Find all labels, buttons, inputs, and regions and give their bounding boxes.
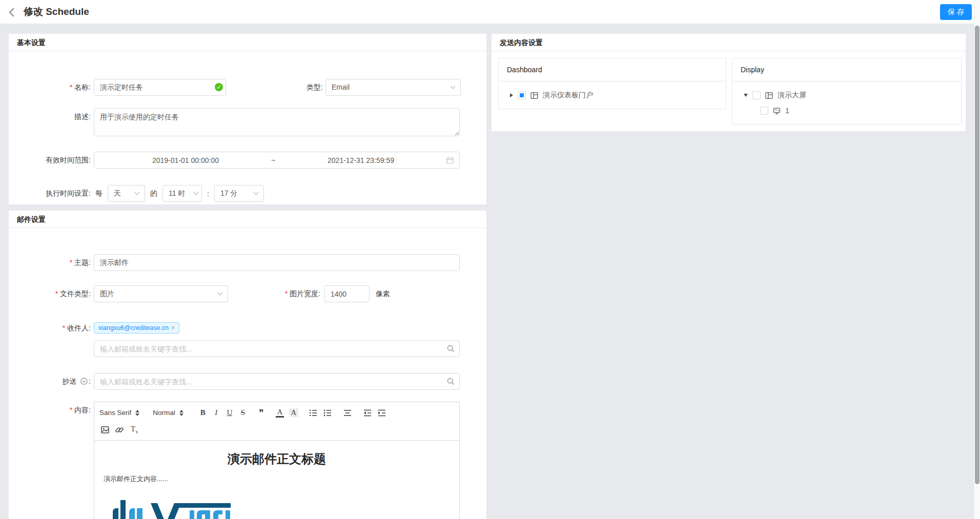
cc-search-input[interactable] bbox=[94, 373, 460, 390]
recipient-tag[interactable]: xiangxu6@creditease.cn × bbox=[94, 322, 179, 334]
editor-content[interactable]: 演示邮件正文标题 演示邮件正文内容...... bbox=[94, 441, 459, 519]
range-start-value: 2019-01-01 00:00:00 bbox=[100, 156, 271, 164]
tag-close-icon[interactable]: × bbox=[171, 324, 175, 331]
date-range-picker[interactable]: 2019-01-01 00:00:00 ~ 2021-12-31 23:59:5… bbox=[94, 152, 460, 169]
caret-right-icon[interactable] bbox=[510, 93, 513, 97]
link-icon[interactable] bbox=[115, 425, 124, 434]
basic-section-title: 基本设置 bbox=[9, 34, 486, 51]
scrollbar-thumb[interactable] bbox=[975, 26, 979, 484]
required-mark: * bbox=[70, 83, 72, 91]
ordered-list-icon[interactable] bbox=[309, 408, 318, 418]
layout-icon bbox=[765, 92, 773, 99]
subject-label: *主题: bbox=[9, 254, 91, 271]
updown-arrows-icon bbox=[179, 410, 183, 416]
description-textarea[interactable]: 用于演示使用的定时任务 bbox=[94, 108, 460, 136]
cc-row: 抄送 : bbox=[9, 373, 486, 390]
font-size-picker[interactable]: Normal bbox=[153, 409, 183, 417]
valid-check-icon: ✓ bbox=[215, 83, 223, 91]
display-tree: 演示大屏 1 bbox=[732, 81, 961, 118]
page-title: 修改 Schedule bbox=[24, 5, 89, 18]
dashboard-tree-node[interactable]: 演示仪表板门户 bbox=[510, 88, 726, 103]
vertical-scrollbar[interactable] bbox=[974, 0, 980, 519]
dashboard-panel: Dashboard 演示仪表板门户 bbox=[498, 58, 726, 109]
basic-settings-card: 基本设置 *名称: ✓ 类型: Email 描述: 用于演示使用的定时任务 有效… bbox=[9, 34, 486, 204]
time-colon-text: : bbox=[207, 190, 209, 198]
range-separator: ~ bbox=[271, 156, 275, 164]
chevron-down-icon bbox=[217, 291, 223, 297]
name-input[interactable] bbox=[94, 79, 226, 96]
screen-icon bbox=[773, 107, 781, 115]
filetype-select[interactable]: 图片 bbox=[94, 285, 228, 302]
save-button[interactable]: 保 存 bbox=[940, 4, 972, 20]
type-select[interactable]: Email bbox=[325, 79, 461, 96]
chevron-down-icon bbox=[134, 191, 140, 196]
recipients-search bbox=[94, 340, 460, 357]
back-button[interactable] bbox=[6, 6, 18, 18]
send-section-title: 发送内容设置 bbox=[492, 34, 966, 51]
caret-down-icon[interactable] bbox=[744, 94, 748, 97]
cc-label: 抄送 : bbox=[9, 373, 91, 390]
exec-time-row: 执行时间设置: 每 天 的 11 时 : 17 分 bbox=[9, 185, 486, 202]
email-section-title: 邮件设置 bbox=[9, 211, 486, 228]
subject-row: *主题: bbox=[9, 254, 486, 271]
minute-select[interactable]: 17 分 bbox=[214, 185, 264, 202]
description-label: 描述: bbox=[9, 108, 91, 125]
time-range-label: 有效时间范围: bbox=[9, 152, 91, 169]
blockquote-button[interactable]: ❞ bbox=[255, 409, 268, 417]
chevron-down-icon bbox=[193, 191, 199, 196]
display-child-checkbox[interactable] bbox=[760, 107, 768, 115]
calendar-icon bbox=[446, 157, 454, 164]
indent-icon[interactable] bbox=[377, 408, 386, 418]
frequency-select[interactable]: 天 bbox=[108, 185, 145, 202]
search-icon bbox=[447, 378, 455, 385]
display-node-checkbox[interactable] bbox=[752, 91, 761, 99]
recipients-search-input[interactable] bbox=[94, 340, 460, 357]
rich-text-editor: Sans Serif Normal B I U S ❞ A A bbox=[94, 402, 460, 519]
background-color-button[interactable]: A bbox=[289, 408, 298, 417]
of-text: 的 bbox=[150, 189, 157, 198]
dashboard-tree: 演示仪表板门户 bbox=[499, 81, 726, 103]
hour-select[interactable]: 11 时 bbox=[162, 185, 202, 202]
chevron-down-icon bbox=[253, 191, 259, 196]
display-tree-node[interactable]: 演示大屏 bbox=[744, 88, 961, 103]
image-width-label: *图片宽度: bbox=[244, 285, 320, 302]
chevron-down-icon bbox=[450, 85, 456, 90]
strikethrough-button[interactable]: S bbox=[237, 408, 249, 417]
display-child-label: 1 bbox=[785, 107, 789, 115]
type-label: 类型: bbox=[239, 79, 323, 96]
bold-button[interactable]: B bbox=[197, 408, 209, 417]
image-width-input[interactable] bbox=[324, 285, 370, 302]
text-color-button[interactable]: A bbox=[276, 408, 284, 418]
outdent-icon[interactable] bbox=[363, 408, 372, 418]
image-icon[interactable] bbox=[100, 425, 110, 434]
name-label: *名称: bbox=[9, 79, 91, 96]
dashboard-node-label: 演示仪表板门户 bbox=[543, 91, 593, 100]
subject-input[interactable] bbox=[94, 254, 460, 271]
italic-button[interactable]: I bbox=[210, 408, 222, 417]
davinci-logo bbox=[113, 499, 231, 519]
dashboard-panel-title: Dashboard bbox=[499, 58, 726, 81]
image-width-unit: 像素 bbox=[376, 285, 390, 302]
content-label: *内容: bbox=[9, 402, 91, 419]
email-settings-card: 邮件设置 *主题: *文件类型: 图片 *图片宽度: 像素 *收件人: xian… bbox=[9, 211, 486, 519]
dashboard-node-checkbox[interactable] bbox=[518, 91, 526, 99]
display-tree-child-node[interactable]: 1 bbox=[744, 103, 961, 118]
display-node-label: 演示大屏 bbox=[778, 91, 806, 100]
time-range-row: 有效时间范围: 2019-01-01 00:00:00 ~ 2021-12-31… bbox=[9, 152, 486, 169]
cc-search bbox=[94, 373, 460, 390]
recipients-label: *收件人: bbox=[9, 322, 91, 334]
editor-toolbar: Sans Serif Normal B I U S ❞ A A bbox=[94, 402, 459, 441]
layout-icon bbox=[530, 92, 538, 99]
align-icon[interactable] bbox=[343, 408, 352, 418]
down-circle-icon[interactable] bbox=[80, 378, 88, 385]
bullet-list-icon[interactable] bbox=[323, 408, 332, 418]
display-panel-title: Display bbox=[732, 58, 961, 81]
underline-button[interactable]: U bbox=[223, 408, 236, 417]
font-family-picker[interactable]: Sans Serif bbox=[99, 409, 139, 417]
filetype-row: *文件类型: 图片 *图片宽度: 像素 bbox=[9, 285, 486, 302]
page-header: 修改 Schedule 保 存 bbox=[0, 0, 980, 24]
updown-arrows-icon bbox=[135, 410, 139, 416]
display-panel: Display 演示大屏 bbox=[732, 58, 962, 124]
search-icon bbox=[447, 345, 455, 352]
clear-format-button[interactable]: Tx bbox=[131, 425, 138, 434]
